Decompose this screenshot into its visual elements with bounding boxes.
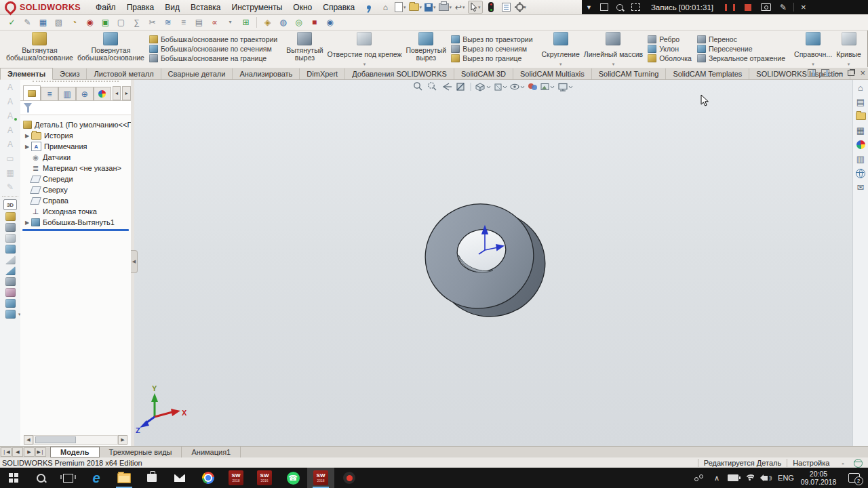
tab-solidcam-turning[interactable]: SolidCAM Turning — [592, 68, 667, 79]
calipers-icon[interactable]: ≋ — [161, 16, 175, 28]
washer-model[interactable] — [414, 192, 557, 328]
solidworks-active-button[interactable]: SW2018 — [307, 468, 334, 488]
rollback-bar[interactable] — [22, 229, 129, 231]
tab-features[interactable]: Элементы — [0, 68, 53, 80]
menu-tools[interactable]: Инструменты — [226, 0, 288, 14]
solidworks-2018-button[interactable]: SW2018 — [222, 468, 250, 488]
mirror-button[interactable]: Зеркальное отражение — [697, 54, 785, 62]
propertymanager-tab[interactable]: ≡ — [41, 87, 58, 100]
appearances-icon[interactable]: ◉ — [83, 16, 97, 28]
intersect-button[interactable]: Пересечение — [697, 45, 785, 53]
animation-tab[interactable]: Анимация1 — [182, 447, 241, 458]
verification-icon[interactable]: ▣ — [98, 16, 113, 28]
taskbar-clock[interactable]: 20:05 09.07.2018 — [797, 468, 840, 488]
options-list-button[interactable] — [499, 1, 513, 13]
task-view-button[interactable] — [54, 468, 81, 488]
custom-properties-icon[interactable]: ▥ — [854, 153, 867, 165]
tab-solidcam-templates[interactable]: SolidCAM Templates — [666, 68, 749, 79]
comments-icon[interactable]: ✉ — [854, 182, 867, 193]
linear-pattern-button[interactable]: Линейный массив — [582, 30, 645, 68]
datum-tool-icon[interactable] — [3, 152, 18, 165]
tree-tabs-right-arrow[interactable]: ▸ — [122, 86, 131, 100]
feature-surface-icon[interactable] — [5, 234, 16, 243]
start-button[interactable] — [0, 468, 27, 488]
crosshatch-tool-icon[interactable] — [3, 166, 18, 179]
lofted-cut-button[interactable]: Вырез по сечениям — [451, 45, 532, 53]
performance-evaluation-icon[interactable]: ◔ — [67, 16, 81, 28]
ambient-preview-icon[interactable]: ◍ — [276, 16, 290, 28]
home-tab-icon[interactable]: ⌂ — [854, 82, 867, 94]
pane-right-icon[interactable] — [821, 69, 829, 77]
xpress-products-icon[interactable] — [484, 1, 498, 13]
extruded-cut-button[interactable]: Вытянутый вырез — [284, 30, 325, 68]
copy-settings-icon[interactable]: ▤ — [192, 16, 206, 28]
scroll-right-icon[interactable]: ▶ — [118, 435, 127, 445]
surface-finish-tool-icon[interactable] — [3, 123, 18, 136]
note-tool-icon[interactable] — [3, 81, 18, 94]
tree-item-history[interactable]: ▶ История — [20, 130, 131, 141]
menu-insert[interactable]: Вставка — [185, 0, 226, 14]
scroll-left-icon[interactable]: ◀ — [24, 435, 33, 445]
close-window-icon[interactable]: × — [860, 69, 865, 77]
panel-drag-handle[interactable] — [33, 81, 119, 84]
swept-cut-button[interactable]: Вырез по траектории — [451, 35, 532, 43]
tree-horizontal-scrollbar[interactable]: ◀ ▶ — [24, 436, 127, 444]
mail-button[interactable] — [166, 468, 193, 488]
scroll-thumb[interactable] — [35, 436, 76, 443]
tree-filter[interactable] — [20, 101, 131, 115]
hidden-icons-chevron[interactable]: ∧ — [709, 468, 724, 488]
print-button[interactable]: ▾ — [438, 1, 452, 13]
chrome-button[interactable] — [195, 468, 222, 488]
design-library-icon[interactable]: ▤ — [854, 96, 867, 108]
feature-revolve-icon[interactable] — [5, 245, 16, 253]
pane-left-icon[interactable] — [808, 69, 816, 77]
tree-item-front-plane[interactable]: Спереди — [20, 174, 131, 184]
revolved-cut-button[interactable]: Повернутый вырез — [403, 30, 448, 68]
3d-sketch-icon[interactable]: 3D — [3, 199, 17, 210]
home-button[interactable]: ⌂ — [378, 1, 392, 13]
feature-dome-icon[interactable] — [5, 299, 16, 308]
prev-tab-icon[interactable]: ◀ — [12, 447, 23, 457]
tree-item-right-plane[interactable]: Справа — [20, 195, 131, 206]
tools-icon[interactable]: ✂ — [145, 16, 159, 28]
block-icon[interactable]: ■ — [307, 16, 321, 28]
model-canvas[interactable]: Y X Z — [134, 79, 853, 446]
tree-item-material[interactable]: ≣ Материал <не указан> — [20, 163, 131, 174]
tab-dimxpert[interactable]: DimXpert — [300, 68, 345, 79]
status-globe-icon[interactable] — [854, 459, 863, 468]
action-center-button[interactable]: 2 — [845, 468, 863, 488]
recbar-display-icon[interactable] — [600, 3, 608, 11]
geometry-check-icon[interactable]: ▢ — [114, 16, 128, 28]
extruded-boss-button[interactable]: Вытянутая бобышка/основание — [4, 30, 75, 68]
select-tool-button[interactable]: ▾ — [468, 1, 483, 14]
curves-button[interactable]: Кривые — [834, 30, 863, 68]
next-tab-icon[interactable]: ▶ — [24, 447, 35, 457]
tree-item-annotations[interactable]: ▶ A Примечания — [20, 141, 131, 152]
screenshot-icon[interactable] — [761, 3, 771, 11]
configuration-label[interactable]: Настройка — [793, 459, 829, 467]
feature-rib-icon[interactable] — [5, 266, 16, 275]
dropdown-icon[interactable]: ▾ — [223, 16, 237, 28]
feature-wrap-icon[interactable] — [5, 288, 16, 297]
tab-weldments[interactable]: Сварные детали — [161, 68, 233, 79]
tab-sheet-metal[interactable]: Листовой металл — [87, 68, 161, 79]
model-tab[interactable]: Модель — [50, 447, 100, 458]
people-tray-icon[interactable] — [690, 468, 707, 488]
reference-geometry-button[interactable]: Справочн... — [792, 30, 834, 68]
tree-tabs-left-arrow[interactable]: ◂ — [113, 86, 121, 100]
rib-button[interactable]: Ребро — [648, 35, 692, 43]
draft-button[interactable]: Уклон — [648, 45, 692, 53]
revolved-boss-button[interactable]: Повернутая бобышка/основание — [75, 30, 146, 68]
tab-addins[interactable]: Добавления SOLIDWORKS — [345, 68, 454, 79]
annotate-pencil-icon[interactable]: ✎ — [780, 3, 787, 12]
battery-icon[interactable] — [726, 468, 741, 488]
fillet-button[interactable]: Скругление — [540, 30, 582, 68]
boundary-boss-button[interactable]: Бобышка/основание на границе — [149, 54, 277, 62]
store-button[interactable] — [138, 468, 165, 488]
save-button[interactable]: ▾ — [423, 1, 437, 13]
tree-root[interactable]: Деталь1 (По умолчанию<<По — [20, 119, 131, 130]
file-explorer-icon[interactable] — [854, 110, 867, 122]
tree-item-boss-extrude[interactable]: ▶ Бобышка-Вытянуть1 — [20, 217, 131, 228]
dimxpertmanager-tab[interactable]: ⊕ — [76, 87, 94, 100]
menu-view[interactable]: Вид — [159, 0, 185, 14]
